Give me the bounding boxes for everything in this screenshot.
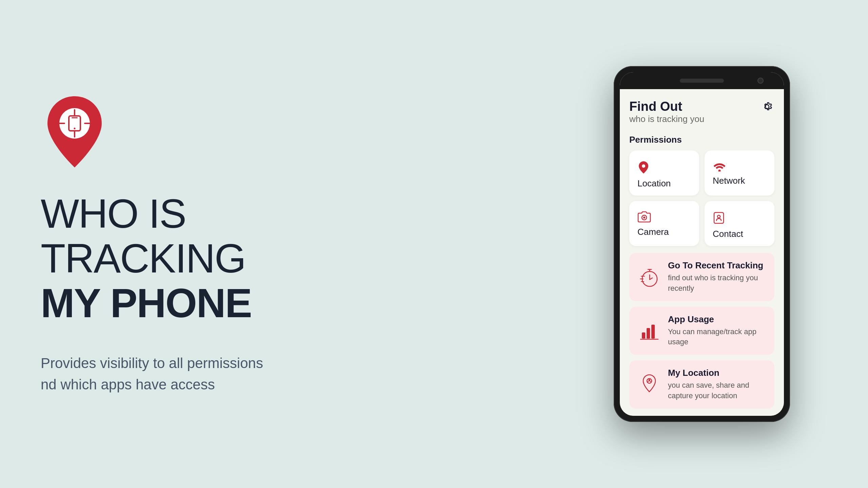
contact-icon <box>713 211 725 225</box>
headline-line1: WHO IS <box>41 191 536 236</box>
screen-content: Find Out who is tracking you Permissions <box>620 89 784 416</box>
svg-point-9 <box>718 170 721 172</box>
svg-point-3 <box>74 128 76 129</box>
recent-tracking-desc: find out who is tracking you recently <box>668 273 766 294</box>
permission-card-camera[interactable]: Camera <box>629 201 699 246</box>
network-icon <box>713 161 726 171</box>
headline-line2: TRACKING <box>41 236 536 281</box>
location-label: Location <box>637 178 671 189</box>
left-panel: WHO IS TRACKING MY PHONE Provides visibi… <box>0 0 563 488</box>
phone-mockup: Find Out who is tracking you Permissions <box>614 66 790 422</box>
permission-card-location[interactable]: Location <box>629 150 699 196</box>
phone-camera <box>757 78 764 84</box>
network-label: Network <box>713 176 745 186</box>
svg-point-12 <box>717 215 720 218</box>
app-title: Find Out <box>629 99 704 114</box>
stopwatch-icon <box>637 265 661 289</box>
app-usage-desc: You can manage/track app usage <box>668 327 766 348</box>
svg-point-18 <box>649 379 650 381</box>
svg-rect-2 <box>72 117 78 118</box>
my-location-card[interactable]: My Location you can save, share and capt… <box>629 360 774 409</box>
app-usage-text: App Usage You can manage/track app usage <box>668 314 766 348</box>
phone-screen: Find Out who is tracking you Permissions <box>620 72 784 416</box>
map-icon <box>637 372 661 396</box>
headline-bold: MY PHONE <box>41 281 536 325</box>
svg-rect-16 <box>651 325 655 339</box>
svg-point-11 <box>643 217 645 219</box>
recent-tracking-title: Go To Recent Tracking <box>668 260 766 271</box>
right-panel: Find Out who is tracking you Permissions <box>563 0 868 488</box>
my-location-desc: you can save, share and capture your loc… <box>668 380 766 401</box>
location-icon <box>637 161 650 174</box>
app-usage-title: App Usage <box>668 314 766 325</box>
headline: WHO IS TRACKING MY PHONE <box>41 191 536 325</box>
settings-button[interactable] <box>760 99 774 114</box>
svg-point-8 <box>642 164 645 168</box>
recent-tracking-text: Go To Recent Tracking find out who is tr… <box>668 260 766 294</box>
left-subtext: Provides visibility to all permissions n… <box>41 352 278 395</box>
app-header: Find Out who is tracking you <box>629 99 774 124</box>
camera-label: Camera <box>637 227 669 237</box>
camera-icon <box>637 211 651 223</box>
phone-notch <box>620 72 784 89</box>
chart-icon <box>637 319 661 343</box>
permission-card-contact[interactable]: Contact <box>705 201 774 246</box>
my-location-text: My Location you can save, share and capt… <box>668 368 766 401</box>
contact-label: Contact <box>713 229 743 239</box>
recent-tracking-card[interactable]: Go To Recent Tracking find out who is tr… <box>629 253 774 301</box>
app-usage-card[interactable]: App Usage You can manage/track app usage <box>629 307 774 355</box>
app-subtitle: who is tracking you <box>629 114 704 124</box>
permissions-grid: Location Network <box>629 150 774 246</box>
my-location-title: My Location <box>668 368 766 378</box>
svg-rect-14 <box>642 332 645 339</box>
permission-card-network[interactable]: Network <box>705 150 774 196</box>
permissions-label: Permissions <box>629 135 774 145</box>
app-logo <box>41 93 536 191</box>
svg-rect-15 <box>647 328 650 339</box>
phone-speaker <box>680 79 724 83</box>
app-title-group: Find Out who is tracking you <box>629 99 704 124</box>
